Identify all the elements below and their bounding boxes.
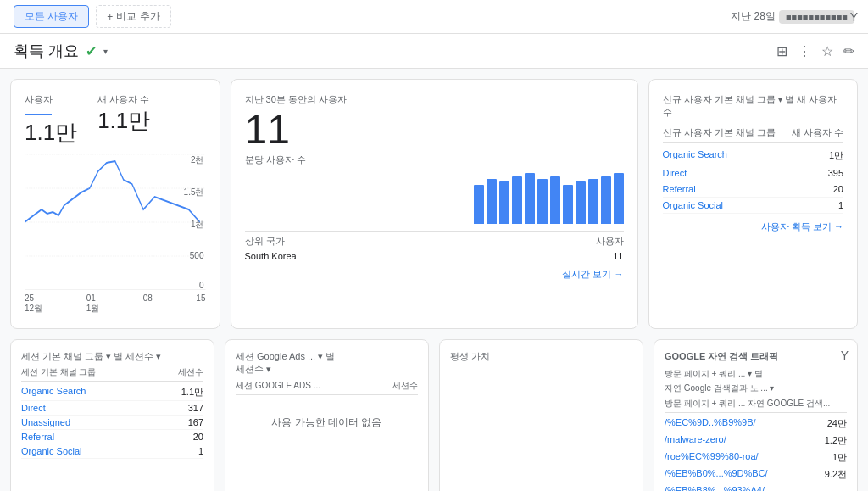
chart-y-labels: 2천 1.5천 1천 500 0 [182, 154, 206, 290]
top-header: 모든 사용자 + 비교 추가 지난 28일 ■■■■■■■■■■■ [0, 0, 868, 34]
sessions-row: Direct 317 [21, 401, 203, 416]
lifetime-title: 평생 가치 [450, 350, 632, 363]
divider [245, 231, 624, 232]
bar-item [601, 176, 611, 224]
bar-item [525, 173, 535, 224]
bar-item [512, 176, 522, 224]
natural-row: /%EB%B0%...%9D%BC/ 9.2천 [665, 466, 847, 483]
realtime-link-row: 실시간 보기 → [245, 268, 624, 281]
channel-value: 395 [828, 168, 843, 178]
sessions-channel-title: 세션 기본 채널 그룹 ▾ 별 세션수 ▾ [21, 350, 203, 363]
session-channel-value: 20 [193, 432, 203, 442]
session-channel-value: 167 [188, 417, 203, 427]
realtime-bar-chart [245, 173, 624, 224]
channel-dropdown-icon[interactable]: ▾ [778, 95, 782, 104]
sessions-row: Organic Social 1 [21, 444, 203, 459]
natural-row: /%EB%B8%...%93%A4/ [665, 483, 847, 491]
header-right: 지난 28일 ■■■■■■■■■■■ [731, 9, 854, 24]
natural-value: 24만 [827, 417, 847, 430]
sessions-channel-card: 세션 기본 채널 그룹 ▾ 별 세션수 ▾ 세션 기본 채널 그룹 세션수 Or… [10, 339, 214, 491]
expand-icon[interactable]: ⊞ [776, 43, 787, 59]
page-title: 획득 개요 [14, 41, 79, 61]
bar-item [550, 176, 560, 224]
chart-area: 2천 1.5천 1천 500 0 [25, 154, 206, 290]
google-natural-title: GOOGLE 자연 검색 트래픽 [665, 350, 847, 363]
main-chart-card: 사용자 1.1만 새 사용자 수 1.1만 [10, 79, 220, 329]
channel-name[interactable]: Organic Social [663, 200, 724, 210]
users-value: 1.1만 [25, 118, 77, 148]
plus-icon: + [107, 11, 113, 23]
country-col-header: 상위 국가 [245, 235, 285, 248]
blue-underline [25, 114, 52, 115]
realtime-title: 지난 30분 동안의 사용자 [245, 93, 624, 106]
session-channel-name[interactable]: Organic Social [21, 446, 82, 456]
sessions-row: Referral 20 [21, 430, 203, 444]
acquisition-link[interactable]: 사용자 획득 보기 → [761, 221, 843, 232]
channel-name[interactable]: Direct [663, 168, 687, 178]
channel-row: Direct 395 [663, 165, 844, 181]
line-chart-svg [25, 154, 206, 290]
page-url[interactable]: /malware-zero/ [665, 434, 726, 447]
bar-item [499, 181, 509, 224]
session-channel-name[interactable]: Direct [21, 403, 46, 413]
session-channel-value: 1.1만 [181, 386, 203, 399]
natural-subtitle1: 방문 페이지 + 쿼리 ... ▾ 별 [665, 368, 847, 380]
sort-icon[interactable]: Y [841, 349, 849, 362]
sessions-row: Unassigned 167 [21, 416, 203, 430]
date-range-badge: ■■■■■■■■■■■ [779, 10, 854, 24]
natural-value: 1.2만 [825, 434, 847, 447]
filter-icon[interactable]: Y [850, 10, 858, 24]
page-header-actions: ⊞ ⋮ ☆ ✏ [776, 43, 854, 59]
page-url[interactable]: /%EB%B0%...%9D%BC/ [665, 468, 768, 481]
compare-add-button[interactable]: + 비교 추가 [96, 5, 170, 28]
chart-x-labels: 2512월 011월 08 15 [25, 293, 206, 315]
natural-row: /%EC%9D..%B9%9B/ 24만 [665, 416, 847, 432]
lifetime-value-card: 평생 가치 [439, 339, 643, 491]
session-channel-value: 317 [188, 403, 203, 413]
bar-item [474, 185, 484, 224]
bar-item [537, 179, 548, 224]
sessions-channel-header: 세션 기본 채널 그룹 세션수 [21, 366, 203, 382]
page-url[interactable]: /roe%EC%99%80-roa/ [665, 451, 759, 464]
realtime-link[interactable]: 실시간 보기 → [562, 269, 623, 279]
new-users-label: 새 사용자 수 [97, 93, 150, 106]
realtime-sub-label: 분당 사용자 수 [245, 153, 624, 166]
country-name: South Korea [245, 251, 297, 261]
date-label: 지난 28일 [731, 9, 776, 24]
natural-row: /roe%EC%99%80-roa/ 1만 [665, 449, 847, 466]
metric-row: 사용자 1.1만 새 사용자 수 1.1만 [25, 93, 206, 148]
channel-name[interactable]: Referral [663, 184, 696, 194]
header-left: 모든 사용자 + 비교 추가 [14, 5, 171, 28]
natural-value: 1만 [832, 451, 847, 464]
users-col-header: 사용자 [596, 235, 624, 248]
sessions-row: Organic Search 1.1만 [21, 384, 203, 401]
bookmark-icon[interactable]: ☆ [821, 43, 833, 59]
country-row: South Korea 11 [245, 251, 624, 261]
main-content: 사용자 1.1만 새 사용자 수 1.1만 [0, 69, 868, 491]
realtime-card: 지난 30분 동안의 사용자 11 분당 사용자 수 [231, 79, 638, 329]
session-channel-value: 1 [198, 446, 203, 456]
channel-col1: 신규 사용자 기본 채널 그룹 [663, 126, 776, 139]
session-channel-name[interactable]: Referral [21, 432, 54, 442]
country-table-header: 상위 국가 사용자 [245, 235, 624, 248]
channel-row: Referral 20 [663, 181, 844, 198]
country-table: 상위 국가 사용자 South Korea 11 [245, 235, 624, 261]
edit-icon[interactable]: ✏ [843, 43, 854, 59]
top-row: 사용자 1.1만 새 사용자 수 1.1만 [10, 79, 858, 329]
share-icon[interactable]: ⋮ [798, 43, 811, 59]
session-channel-name[interactable]: Organic Search [21, 386, 86, 399]
bar-item [487, 179, 497, 224]
page-url[interactable]: /%EC%9D..%B9%9B/ [665, 417, 756, 430]
title-dropdown-icon[interactable]: ▾ [103, 47, 108, 56]
channel-name[interactable]: Organic Search [663, 149, 727, 162]
new-users-metric: 새 사용자 수 1.1만 [97, 93, 150, 148]
users-metric: 사용자 1.1만 [25, 93, 77, 148]
natural-subtitle2: 자연 Google 검색결과 노 ... ▾ [665, 382, 847, 394]
channel-card-title: 신규 사용자 기본 채널 그룹 ▾ 별 새 사용자 수 [663, 93, 844, 120]
bar-item [563, 185, 573, 224]
all-users-tab[interactable]: 모든 사용자 [14, 5, 89, 28]
session-channel-name[interactable]: Unassigned [21, 417, 70, 427]
natural-row: /malware-zero/ 1.2만 [665, 432, 847, 449]
no-data-message: 사용 가능한 데이터 없음 [236, 416, 418, 430]
page-url[interactable]: /%EB%B8%...%93%A4/ [665, 485, 765, 491]
